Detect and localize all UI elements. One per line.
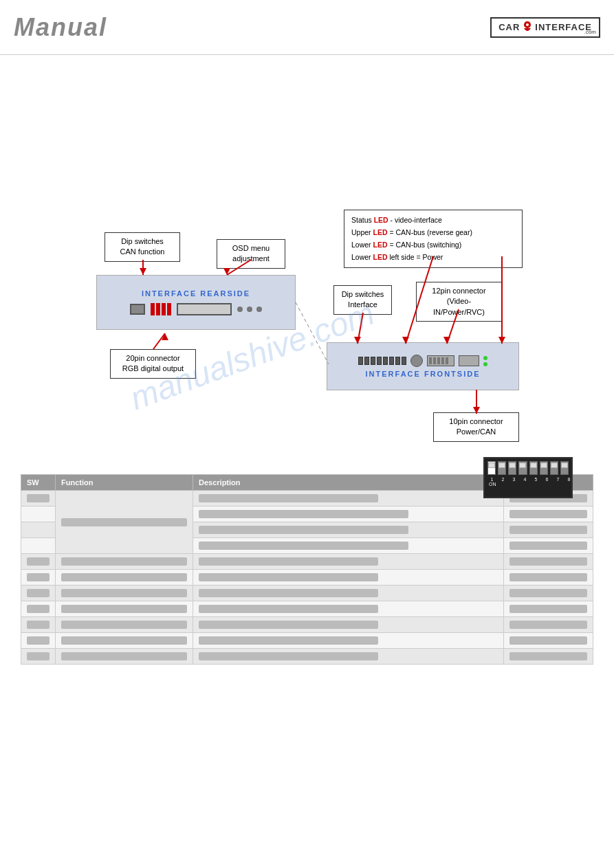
table-cell-sw bbox=[21, 522, 56, 538]
table-cell-setting bbox=[504, 538, 593, 554]
table-row bbox=[21, 649, 593, 665]
green-dot-1 bbox=[483, 356, 487, 360]
connector-12pin bbox=[427, 355, 454, 366]
table-cell-setting bbox=[504, 507, 593, 522]
table-cell-function bbox=[56, 586, 193, 601]
table-cell-description bbox=[193, 491, 504, 507]
connector-10pin bbox=[459, 355, 479, 366]
dip-image: 1 2 3 4 5 6 7 8 ON bbox=[483, 457, 573, 498]
table-cell-setting bbox=[504, 617, 593, 633]
dip-interface-line1: Dip switches bbox=[342, 290, 384, 298]
table-cell-sw bbox=[21, 491, 56, 507]
dip-can-line1: Dip switches bbox=[121, 237, 164, 245]
dip-switches-front bbox=[358, 357, 406, 365]
pin-4 bbox=[441, 357, 444, 364]
pin12-callout: 12pin connector (Video-IN/Power/RVC) bbox=[416, 282, 502, 322]
dip-switch-img-7 bbox=[550, 461, 558, 475]
dip-switch-img-2 bbox=[498, 461, 506, 475]
svg-point-1 bbox=[526, 23, 529, 26]
dip-switches-image-row bbox=[487, 461, 569, 475]
dip-switch-img-6 bbox=[540, 461, 548, 475]
dip-num-2: 2 bbox=[498, 477, 507, 482]
red-pin-1 bbox=[151, 303, 155, 315]
dip-num-3: 3 bbox=[509, 477, 518, 482]
dip-switch-img-4 bbox=[518, 461, 527, 475]
logo-com-text: .com bbox=[584, 29, 596, 35]
table-cell-description bbox=[193, 617, 504, 633]
table-cell-function bbox=[56, 617, 193, 633]
table-row bbox=[21, 554, 593, 570]
table-cell-setting bbox=[504, 601, 593, 617]
col-sw: SW bbox=[21, 475, 56, 491]
dip-num-1: 1 bbox=[487, 477, 496, 482]
dip-switch-img-3 bbox=[508, 461, 516, 475]
pin-1 bbox=[429, 357, 432, 364]
pin-2 bbox=[433, 357, 436, 364]
pin20-line1: 20pin connector bbox=[126, 354, 179, 362]
dip-sw-1 bbox=[358, 357, 363, 365]
rearside-label: INTERFACE REARSIDE bbox=[142, 289, 250, 298]
dip-num-7: 7 bbox=[553, 477, 562, 482]
dip-inner-5 bbox=[530, 463, 537, 468]
table-cell-setting bbox=[504, 649, 593, 665]
table-cell-description bbox=[193, 633, 504, 649]
table-cell-function bbox=[56, 570, 193, 586]
table-cell-sw bbox=[21, 570, 56, 586]
table-cell-description bbox=[193, 538, 504, 554]
red-pin-2 bbox=[156, 303, 160, 315]
dip-on-label: ON bbox=[489, 482, 569, 487]
table-cell-function bbox=[56, 649, 193, 665]
table-cell-description bbox=[193, 522, 504, 538]
dip-sw-7 bbox=[395, 357, 400, 365]
dip-table: SW Function Description Setting bbox=[21, 474, 593, 665]
table-row bbox=[21, 633, 593, 649]
pin10-callout: 10pin connector Power/CAN bbox=[433, 412, 519, 442]
wide-connector bbox=[177, 303, 232, 315]
table-cell-description bbox=[193, 601, 504, 617]
svg-marker-7 bbox=[162, 333, 168, 340]
dip-interface-callout: Dip switches Interface bbox=[333, 285, 392, 315]
dip-inner-7 bbox=[551, 463, 558, 468]
logo-interface-text: INTERFACE bbox=[535, 22, 592, 32]
red-pin-3 bbox=[162, 303, 166, 315]
status-line1: Status LED - video-interface bbox=[351, 216, 442, 224]
dip-interface-line2: Interface bbox=[348, 300, 377, 309]
logo-box: CAR INTERFACE .com bbox=[490, 17, 600, 38]
table-cell-function bbox=[56, 491, 193, 554]
table-cell-function bbox=[56, 633, 193, 649]
dip-inner-8 bbox=[561, 463, 568, 468]
pin12-line2: (Video-IN/Power/RVC) bbox=[433, 297, 485, 315]
col-description: Description bbox=[193, 475, 504, 491]
table-cell-sw bbox=[21, 649, 56, 665]
logo-car-text: CAR bbox=[498, 22, 520, 32]
table-cell-description bbox=[193, 586, 504, 601]
dip-num-6: 6 bbox=[542, 477, 551, 482]
table-row bbox=[21, 586, 593, 601]
pin12-line1: 12pin connector bbox=[432, 287, 485, 295]
table-cell-setting bbox=[504, 522, 593, 538]
round-button bbox=[410, 355, 423, 367]
small-dot-1 bbox=[237, 307, 243, 312]
green-dot-2 bbox=[483, 362, 487, 366]
red-pins bbox=[151, 303, 171, 315]
dip-inner-6 bbox=[540, 463, 547, 468]
dip-sw-5 bbox=[383, 357, 388, 365]
page-header: Manual CAR INTERFACE .com bbox=[0, 0, 614, 55]
table-cell-sw bbox=[21, 554, 56, 570]
dip-can-line2: CAN function bbox=[120, 247, 165, 256]
dip-numbers: 1 2 3 4 5 6 7 8 bbox=[487, 477, 573, 482]
osd-line2: adjustment bbox=[232, 254, 270, 263]
table-cell-description bbox=[193, 649, 504, 665]
frontside-box: INTERFACE FRONTSIDE bbox=[327, 342, 519, 390]
table-row bbox=[21, 617, 593, 633]
dip-sw-4 bbox=[377, 357, 382, 365]
status-led-callout: Status LED - video-interface Upper LED =… bbox=[344, 210, 523, 268]
red-pin-4 bbox=[167, 303, 171, 315]
logo-container: CAR INTERFACE .com bbox=[490, 17, 600, 38]
pin-3 bbox=[437, 357, 440, 364]
usb-port bbox=[130, 304, 145, 315]
small-dots bbox=[237, 307, 262, 312]
table-cell-sw bbox=[21, 507, 56, 522]
pin-5 bbox=[446, 357, 448, 364]
table-section: SW Function Description Setting bbox=[21, 474, 593, 665]
